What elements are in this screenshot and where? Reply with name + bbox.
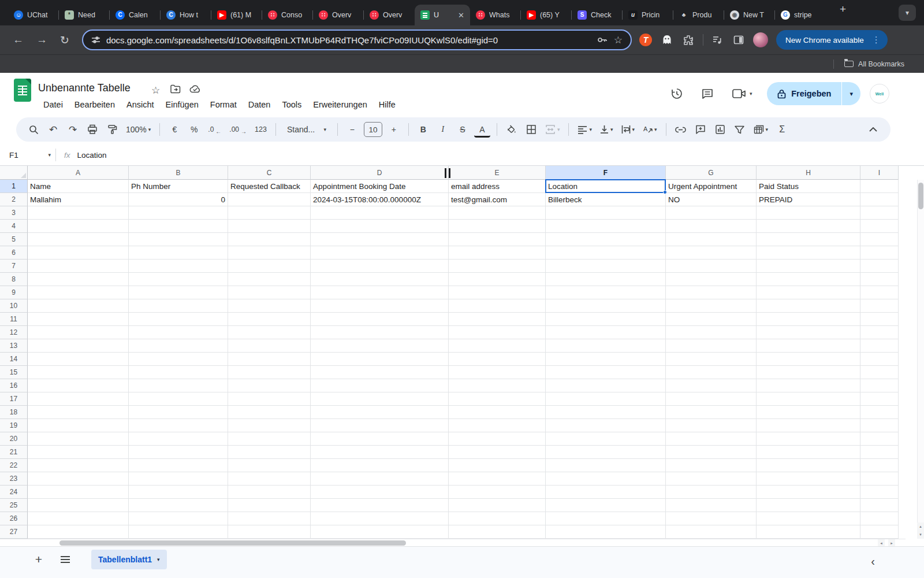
column-resize-handle[interactable] xyxy=(445,168,450,178)
row-header-9[interactable]: 9 xyxy=(0,286,28,299)
cell-I4[interactable] xyxy=(860,220,899,233)
decrease-decimals-icon[interactable]: .0← xyxy=(206,121,223,138)
cell-B6[interactable] xyxy=(129,246,228,260)
create-filter-icon[interactable] xyxy=(732,121,748,138)
cell-G1[interactable]: Urgent Appointment xyxy=(666,180,757,193)
cell-A9[interactable] xyxy=(28,286,129,299)
cell-E27[interactable] xyxy=(449,525,546,539)
cell-D15[interactable] xyxy=(311,366,449,379)
address-bar[interactable]: docs.google.com/spreadsheets/d/1O6v8slfq… xyxy=(82,29,632,50)
cell-G26[interactable] xyxy=(666,512,757,525)
cell-A11[interactable] xyxy=(28,313,129,326)
cell-E1[interactable]: email address xyxy=(449,180,546,193)
cell-B5[interactable] xyxy=(129,233,228,246)
cell-C24[interactable] xyxy=(228,486,311,499)
cell-I14[interactable] xyxy=(860,353,899,366)
side-panel-icon[interactable] xyxy=(731,32,746,47)
cell-H12[interactable] xyxy=(757,326,860,339)
row-header-23[interactable]: 23 xyxy=(0,472,28,486)
document-title[interactable]: Unbenannte Tabelle xyxy=(38,82,131,94)
version-history-icon[interactable] xyxy=(664,81,690,106)
cell-H10[interactable] xyxy=(757,299,860,313)
row-header-19[interactable]: 19 xyxy=(0,419,28,432)
cell-F14[interactable] xyxy=(546,353,666,366)
cell-G5[interactable] xyxy=(666,233,757,246)
share-button[interactable]: Freigeben ▾ xyxy=(767,82,860,105)
vertical-align-icon[interactable]: ▾ xyxy=(598,121,616,138)
cell-H2[interactable]: PREPAID xyxy=(757,193,860,206)
cell-G25[interactable] xyxy=(666,499,757,512)
name-box[interactable]: F1 ▾ xyxy=(0,151,55,160)
menu-daten[interactable]: Daten xyxy=(243,98,276,111)
cell-A13[interactable] xyxy=(28,339,129,353)
cell-F20[interactable] xyxy=(546,432,666,446)
cell-C25[interactable] xyxy=(228,499,311,512)
horizontal-align-icon[interactable]: ▾ xyxy=(575,121,594,138)
cell-A1[interactable]: Name xyxy=(28,180,129,193)
currency-format-icon[interactable]: € xyxy=(166,121,182,138)
cell-B18[interactable] xyxy=(129,406,228,419)
cell-H13[interactable] xyxy=(757,339,860,353)
cell-E26[interactable] xyxy=(449,512,546,525)
column-header-C[interactable]: C xyxy=(228,166,311,180)
cell-A22[interactable] xyxy=(28,459,129,472)
cell-B11[interactable] xyxy=(129,313,228,326)
cell-G14[interactable] xyxy=(666,353,757,366)
cell-G13[interactable] xyxy=(666,339,757,353)
cell-F8[interactable] xyxy=(546,273,666,286)
browser-tab-1[interactable]: *Need xyxy=(59,5,110,25)
cell-C22[interactable] xyxy=(228,459,311,472)
browser-tab-6[interactable]: ∷Overv xyxy=(313,5,364,25)
hide-menus-icon[interactable] xyxy=(865,121,881,138)
cell-D12[interactable] xyxy=(311,326,449,339)
row-header-6[interactable]: 6 xyxy=(0,246,28,260)
cell-E15[interactable] xyxy=(449,366,546,379)
cell-H15[interactable] xyxy=(757,366,860,379)
cell-D11[interactable] xyxy=(311,313,449,326)
cell-G21[interactable] xyxy=(666,446,757,459)
cell-H21[interactable] xyxy=(757,446,860,459)
cell-I18[interactable] xyxy=(860,406,899,419)
cell-G20[interactable] xyxy=(666,432,757,446)
filter-views-icon[interactable]: ▾ xyxy=(751,121,771,138)
cell-A3[interactable] xyxy=(28,206,129,220)
cell-I23[interactable] xyxy=(860,472,899,486)
browser-tab-0[interactable]: ☺UChat xyxy=(8,5,59,25)
cell-G7[interactable] xyxy=(666,260,757,273)
cell-F15[interactable] xyxy=(546,366,666,379)
cell-D20[interactable] xyxy=(311,432,449,446)
cell-H9[interactable] xyxy=(757,286,860,299)
menu-hilfe[interactable]: Hilfe xyxy=(374,98,401,111)
column-header-F[interactable]: F xyxy=(546,166,666,180)
all-bookmarks-button[interactable]: All Bookmarks xyxy=(858,60,904,68)
cloud-saved-icon[interactable] xyxy=(189,84,201,94)
cell-I9[interactable] xyxy=(860,286,899,299)
row-header-17[interactable]: 17 xyxy=(0,392,28,406)
cell-F16[interactable] xyxy=(546,379,666,392)
menu-erweiterungen[interactable]: Erweiterungen xyxy=(308,98,372,111)
cell-F4[interactable] xyxy=(546,220,666,233)
cell-E24[interactable] xyxy=(449,486,546,499)
menu-einfügen[interactable]: Einfügen xyxy=(161,98,204,111)
cell-D8[interactable] xyxy=(311,273,449,286)
cell-A15[interactable] xyxy=(28,366,129,379)
cell-E3[interactable] xyxy=(449,206,546,220)
cell-E13[interactable] xyxy=(449,339,546,353)
cell-C20[interactable] xyxy=(228,432,311,446)
comments-icon[interactable] xyxy=(695,81,720,106)
sheet-tab-caret-icon[interactable]: ▾ xyxy=(157,557,160,562)
password-key-icon[interactable] xyxy=(597,34,608,46)
cell-C3[interactable] xyxy=(228,206,311,220)
cell-F27[interactable] xyxy=(546,525,666,539)
cell-B1[interactable]: Ph Number xyxy=(129,180,228,193)
cell-C2[interactable] xyxy=(228,193,311,206)
cell-F18[interactable] xyxy=(546,406,666,419)
tab-close-icon[interactable]: ✕ xyxy=(457,11,465,20)
row-header-2[interactable]: 2 xyxy=(0,193,28,206)
cell-A20[interactable] xyxy=(28,432,129,446)
cell-I27[interactable] xyxy=(860,525,899,539)
cell-F26[interactable] xyxy=(546,512,666,525)
row-header-3[interactable]: 3 xyxy=(0,206,28,220)
extensions-puzzle-icon[interactable] xyxy=(681,32,696,47)
cell-B25[interactable] xyxy=(129,499,228,512)
